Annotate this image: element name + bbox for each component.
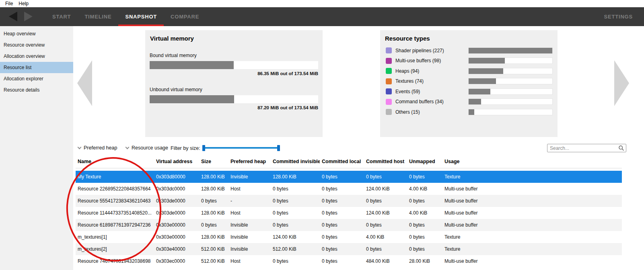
resource-type-bar-fill (469, 78, 496, 84)
column-header-usage[interactable]: Usage (442, 159, 622, 164)
table-cell: 128.00 KiB (271, 174, 320, 180)
tab-timeline[interactable]: TIMELINE (78, 7, 118, 26)
table-cell: 0x303de0000 (154, 210, 199, 216)
sidebar-item-resource-overview[interactable]: Resource overview (0, 39, 73, 51)
table-cell: 128.00 KiB (199, 234, 228, 240)
table-header: NameVirtual addressSizePreferred heapCom… (76, 155, 622, 168)
table-cell: 28.00 KiB (407, 258, 442, 264)
table-cell: Invisible (228, 174, 271, 180)
resource-types-title: Resource types (380, 30, 558, 42)
table-cell: m_textures[2] (76, 246, 154, 252)
resource-types-list: Shader pipelines (227)Multi-use buffers … (380, 42, 558, 117)
memory-bar-label: Unbound virtual memory (150, 87, 318, 92)
table-row[interactable]: Resource 114447337351408520...0x303de000… (76, 207, 622, 219)
table-row[interactable]: m_textures[1]0x303e00000128.00 KiBInvisi… (76, 231, 622, 243)
resource-type-bar-fill (469, 68, 503, 74)
resource-type-label: Others (15) (395, 109, 468, 115)
search-icon[interactable] (618, 145, 624, 151)
tab-settings[interactable]: SETTINGS (604, 7, 633, 26)
page-next-arrow-icon[interactable] (614, 60, 629, 106)
table-cell: 128.00 KiB (199, 210, 228, 216)
column-header-virtual-address[interactable]: Virtual address (154, 159, 199, 164)
table-cell: 4.00 KiB (407, 210, 442, 216)
tab-snapshot[interactable]: SNAPSHOT (118, 7, 164, 26)
table-cell: Invisible (228, 246, 271, 252)
column-header-name[interactable]: Name (76, 159, 154, 164)
table-cell: m_textures[1] (76, 234, 154, 240)
table-cell: 0 bytes (364, 246, 407, 252)
table-cell: 0x303e00000 (154, 222, 199, 228)
column-header-committed-host[interactable]: Committed host (364, 159, 407, 164)
slider-track (204, 147, 279, 149)
table-cell: 0 bytes (271, 210, 320, 216)
search-input[interactable] (550, 145, 618, 151)
sidebar-item-resource-details[interactable]: Resource details (0, 84, 73, 96)
resource-type-label: Textures (74) (395, 78, 468, 84)
table-cell: 124.00 KiB (364, 210, 407, 216)
table-cell: 0 bytes (364, 198, 407, 204)
nav-bar: STARTTIMELINESNAPSHOTCOMPARE SETTINGS (0, 7, 644, 26)
sidebar-item-heap-overview[interactable]: Heap overview (0, 28, 73, 39)
sidebar-item-allocation-overview[interactable]: Allocation overview (0, 51, 73, 62)
sidebar-item-resource-list[interactable]: Resource list (0, 62, 73, 73)
table-cell: Texture (442, 174, 622, 180)
memory-bar-value: 87.20 MiB out of 173.54 MiB (150, 105, 318, 110)
table-cell: Host (228, 186, 271, 192)
table-row[interactable]: m_textures[2]0x303e40000512.00 KiBInvisi… (76, 243, 622, 255)
page-prev-arrow-icon[interactable] (77, 60, 92, 106)
menu-file[interactable]: File (2, 1, 16, 6)
table-cell: Multi-use buffer (442, 222, 622, 228)
column-header-committed-invisible[interactable]: Committed invisible (271, 159, 320, 164)
column-header-preferred-heap[interactable]: Preferred heap (228, 159, 271, 164)
size-range-slider[interactable] (202, 145, 280, 151)
table-row[interactable]: My Texture0x303d80000128.00 KiBInvisible… (76, 171, 622, 183)
memory-bar-group: Bound virtual memory86.35 MiB out of 173… (150, 53, 318, 76)
table-row[interactable]: Resource 61898776139729472360x303e000000… (76, 219, 622, 231)
table-cell: Multi-use buffer (442, 186, 622, 192)
table-cell: 0 bytes (320, 246, 364, 252)
slider-handle-max[interactable] (277, 145, 280, 151)
column-header-committed-local[interactable]: Committed local (320, 159, 364, 164)
resource-type-bar-fill (469, 99, 481, 104)
resource-type-row: Others (15) (386, 107, 553, 117)
memory-bar-track (150, 61, 318, 69)
table-row[interactable]: Resource 74674708194320386980x303ec00005… (76, 255, 622, 267)
table-cell: Texture (442, 234, 622, 240)
table-cell: 484.00 KiB (364, 258, 407, 264)
table-cell: 0 bytes (320, 234, 364, 240)
app-window: File Help STARTTIMELINESNAPSHOTCOMPARE S… (0, 0, 644, 270)
table-cell: Resource 6189877613972947236 (76, 222, 154, 228)
table-cell: Resource 2268952220848357664 (76, 186, 154, 192)
table-cell: 512.00 KiB (199, 258, 228, 264)
table-cell: 0 bytes (407, 234, 442, 240)
table-body: My Texture0x303d80000128.00 KiBInvisible… (76, 171, 622, 267)
resource-usage-combo[interactable]: Resource usage (126, 145, 168, 151)
virtual-memory-panel: Virtual memory Bound virtual memory86.35… (145, 30, 323, 137)
table-row[interactable]: Resource 55541723834362104630x303de00000… (76, 195, 622, 207)
table-cell: 0 bytes (199, 198, 228, 204)
resource-type-row: Command buffers (34) (386, 97, 553, 107)
memory-bar-label: Bound virtual memory (150, 53, 318, 58)
resource-usage-combo-label: Resource usage (132, 145, 168, 151)
forward-arrow-icon[interactable] (24, 12, 33, 21)
column-header-size[interactable]: Size (199, 159, 228, 164)
resource-type-bar-track (468, 98, 553, 105)
tab-start[interactable]: START (45, 7, 78, 26)
table-cell: 0 bytes (271, 258, 320, 264)
tab-compare[interactable]: COMPARE (164, 7, 206, 26)
resource-type-label: Heaps (94) (395, 68, 468, 74)
menu-bar: File Help (0, 0, 644, 7)
memory-bar-track (150, 95, 318, 103)
resource-type-row: Heaps (94) (386, 66, 553, 76)
column-header-unmapped[interactable]: Unmapped (407, 159, 442, 164)
menu-help[interactable]: Help (16, 1, 31, 6)
resource-type-label: Shader pipelines (227) (395, 48, 468, 53)
table-cell: Multi-use buffer (442, 210, 622, 216)
preferred-heap-combo[interactable]: Preferred heap (78, 145, 117, 151)
slider-handle-min[interactable] (202, 145, 205, 151)
sidebar-item-allocation-explorer[interactable]: Allocation explorer (0, 73, 73, 84)
table-row[interactable]: Resource 22689522208483576640x303dc00001… (76, 183, 622, 195)
back-arrow-icon[interactable] (9, 12, 17, 21)
table-cell: 0 bytes (271, 198, 320, 204)
table-cell: Multi-use buffer (442, 198, 622, 204)
